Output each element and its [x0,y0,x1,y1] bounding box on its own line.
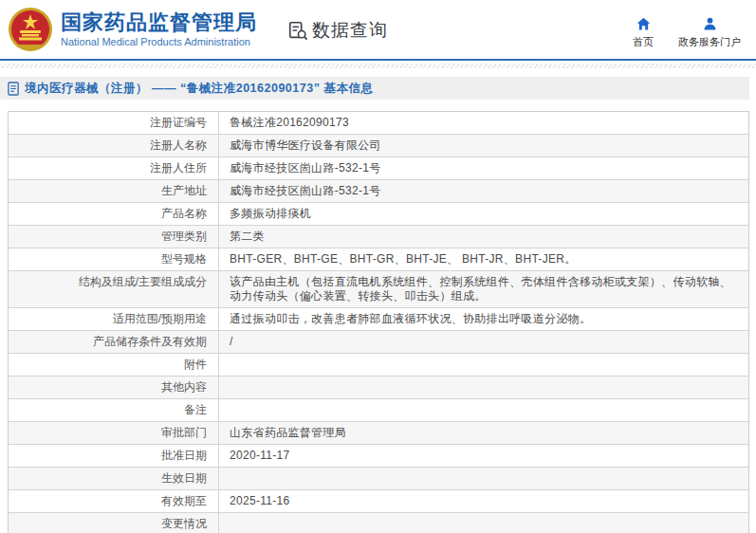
table-row: 结构及组成/主要组成成分该产品由主机（包括直流电机系统组件、控制系统组件、壳体组… [9,271,748,308]
document-icon [8,82,20,96]
table-row: 型号规格BHT-GER、BHT-GE、BHT-GR、BHT-JE、 BHT-JR… [9,248,748,271]
row-value: 山东省药品监督管理局 [219,422,748,444]
nav-item-home[interactable]: 首页 [633,16,654,49]
brand: 国家药品监督管理局 National Medical Products Admi… [61,10,257,48]
row-value: 威海市经技区崮山路-532-1号 [219,157,748,179]
row-label: 有效期至 [9,490,219,512]
row-value [219,468,748,489]
home-icon [636,16,652,32]
row-value: 2020-11-17 [219,445,748,467]
brand-subtitle: National Medical Products Administration [61,35,257,48]
row-label: 审批部门 [9,422,219,444]
table-row: 审批部门山东省药品监督管理局 [9,422,748,445]
table-row: 适用范围/预期用途通过振动叩击，改善患者肺部血液循环状况、协助排出呼吸道分泌物。 [9,308,748,331]
table-row: 批准日期2020-11-17 [9,445,748,468]
brand-title: 国家药品监督管理局 [61,10,257,35]
data-query-entry[interactable]: 数据查询 [287,18,388,43]
row-label: 注册人名称 [9,135,219,156]
row-label: 附件 [9,354,219,376]
row-value [219,399,748,421]
row-value: BHT-GER、BHT-GE、BHT-GR、BHT-JE、 BHT-JR、BHT… [219,248,748,270]
row-value [219,354,748,376]
china-national-emblem-icon [8,7,53,52]
row-label: 产品名称 [9,203,219,225]
row-label: 型号规格 [9,248,219,270]
table-row: 生效日期 [9,468,748,490]
row-value: 多频振动排痰机 [219,203,748,225]
data-query-icon [287,20,308,41]
row-value: 第二类 [219,226,748,248]
table-row: 产品储存条件及有效期/ [9,331,748,354]
row-label: 其他内容 [9,377,219,398]
row-label: 产品储存条件及有效期 [9,331,219,353]
nav-item-portal[interactable]: 政务服务门户 [678,16,741,49]
person-icon [702,16,718,32]
row-label: 备注 [9,399,219,421]
row-label: 注册人住所 [9,157,219,179]
row-label: 结构及组成/主要组成成分 [9,271,219,307]
row-label: 批准日期 [9,445,219,467]
table-row: 产品名称多频振动排痰机 [9,203,748,226]
table-row: 其他内容 [9,377,748,399]
row-value: 2025-11-16 [219,490,748,512]
row-value [219,377,748,398]
row-value: 威海市经技区崮山路-532-1号 [219,180,748,202]
row-value: 通过振动叩击，改善患者肺部血液循环状况、协助排出呼吸道分泌物。 [219,308,748,330]
nav-item-label: 首页 [633,35,654,49]
page-header: 国家药品监督管理局 National Medical Products Admi… [0,0,756,59]
table-row: 生产地址威海市经技区崮山路-532-1号 [9,180,748,203]
row-value: 威海市博华医疗设备有限公司 [219,135,748,156]
row-value: 该产品由主机（包括直流电机系统组件、控制系统组件、壳体组件含移动柜或支架）、传动… [219,271,748,307]
table-row: 注册人名称威海市博华医疗设备有限公司 [9,135,748,157]
table-row: 备注 [9,399,748,422]
table-row: 变更情况 [9,513,748,533]
row-label: 变更情况 [9,513,219,533]
row-label: 注册证编号 [9,112,219,134]
row-label: 生产地址 [9,180,219,202]
table-row: 管理类别第二类 [9,226,748,248]
table-row: 附件 [9,354,748,377]
breadcrumb: 境内医疗器械（注册） —— “鲁械注准20162090173” 基本信息 [0,77,749,100]
row-value [219,513,748,533]
row-label: 管理类别 [9,226,219,248]
nav-item-label: 政务服务门户 [678,35,741,49]
info-table: 注册证编号鲁械注准20162090173注册人名称威海市博华医疗设备有限公司注册… [8,111,749,533]
table-row: 注册人住所威海市经技区崮山路-532-1号 [9,157,748,180]
table-row: 注册证编号鲁械注准20162090173 [9,112,748,135]
table-row: 有效期至2025-11-16 [9,490,748,513]
top-nav: 首页 政务服务门户 [633,10,741,49]
section-title: 数据查询 [312,18,388,43]
row-label: 生效日期 [9,468,219,489]
breadcrumb-text: 境内医疗器械（注册） —— “鲁械注准20162090173” 基本信息 [25,81,373,97]
row-value: / [219,331,748,353]
row-label: 适用范围/预期用途 [9,308,219,330]
row-value: 鲁械注准20162090173 [219,112,748,134]
